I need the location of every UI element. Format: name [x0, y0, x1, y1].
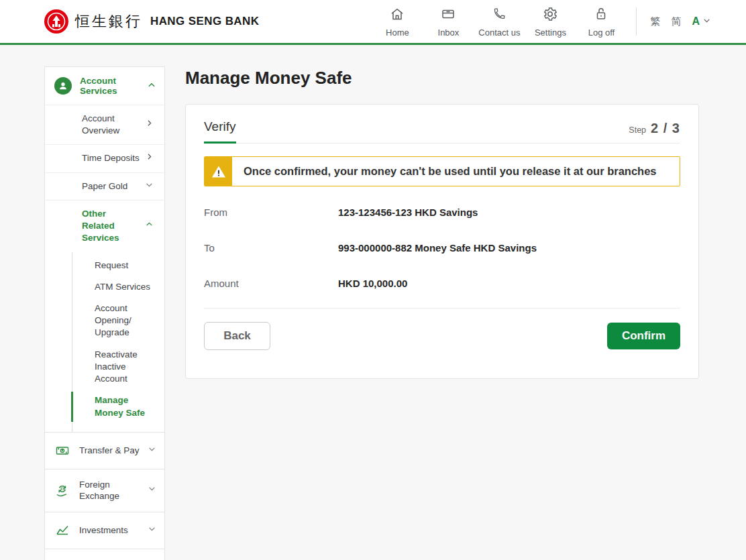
amount-label: Amount: [204, 278, 338, 289]
sidebar-item-time-deposits[interactable]: Time Deposits: [45, 144, 164, 172]
sidebar-item-paper-gold[interactable]: Paper Gold: [45, 172, 164, 200]
page-content: Account Services Account Overview Time D…: [0, 45, 746, 560]
verify-details: From 123-123456-123 HKD Savings To 993-0…: [204, 186, 680, 301]
sidebar-item-reactivate-inactive-account[interactable]: Reactivate Inactive Account: [72, 344, 164, 390]
sidebar-item-label: Other Related Services: [82, 208, 141, 245]
chevron-down-icon: [702, 15, 711, 27]
chevron-down-icon: [145, 180, 154, 192]
nav-contact-us-label: Contact us: [478, 27, 520, 38]
account-person-icon: [54, 77, 72, 95]
sidebar-item-label: Time Deposits: [82, 152, 141, 164]
nav-log-off-label: Log off: [588, 27, 615, 38]
hang-seng-logo-icon: [44, 9, 68, 34]
from-label: From: [204, 207, 338, 218]
main-panel: Manage Money Safe Verify Step2 / 3 Once …: [185, 66, 699, 379]
sidebar-item-account-overview[interactable]: Account Overview: [45, 105, 164, 144]
nav-contact-us[interactable]: Contact us: [474, 6, 525, 38]
inbox-icon: [440, 6, 456, 25]
chevron-up-icon: [145, 220, 154, 232]
sidebar-item-label: Account Opening/ Upgrade: [95, 303, 131, 337]
sidebar-item-label: Paper Gold: [82, 180, 141, 192]
field-row-to: To 993-000000-882 Money Safe HKD Savings: [204, 230, 680, 266]
sidebar-item-label: Account Overview: [82, 113, 141, 137]
sidebar-item-label: Foreign Exchange: [79, 479, 140, 502]
header-divider: [636, 7, 637, 36]
chevron-down-icon: [148, 524, 156, 537]
chart-line-icon: [54, 522, 71, 539]
nav-home[interactable]: Home: [372, 6, 423, 38]
page-title: Manage Money Safe: [185, 68, 699, 89]
nav-settings[interactable]: Settings: [525, 6, 576, 38]
nav-home-label: Home: [386, 27, 409, 38]
sidebar: Account Services Account Overview Time D…: [44, 66, 165, 560]
fx-hand-icon: FX: [54, 482, 71, 499]
to-label: To: [204, 242, 338, 254]
language-switcher: 繁 简 A: [650, 15, 711, 28]
sidebar-item-label: ATM Services: [95, 282, 150, 292]
field-row-amount: Amount HKD 10,000.00: [204, 266, 680, 301]
sidebar-item-insurance[interactable]: Insurance: [45, 549, 164, 560]
action-buttons: Back Confirm: [204, 322, 680, 350]
amount-value: HKD 10,000.00: [338, 278, 407, 289]
nav-settings-label: Settings: [535, 27, 566, 38]
back-button[interactable]: Back: [204, 322, 270, 350]
to-value: 993-000000-882 Money Safe HKD Savings: [338, 242, 537, 254]
step-value: 2 / 3: [651, 121, 680, 135]
from-value: 123-123456-123 HKD Savings: [338, 207, 478, 218]
chevron-down-icon: [148, 484, 156, 496]
warning-message: Once confirmed, your money can't be used…: [232, 157, 668, 186]
chevron-right-icon: [145, 152, 154, 164]
sidebar-item-other-related-services[interactable]: Other Related Services: [45, 200, 164, 252]
chevron-right-icon: [145, 119, 154, 131]
sidebar-item-foreign-exchange[interactable]: FX Foreign Exchange: [45, 469, 164, 512]
sidebar-item-account-opening-upgrade[interactable]: Account Opening/ Upgrade: [72, 298, 164, 344]
gear-icon: [542, 6, 558, 25]
sidebar-item-manage-money-safe[interactable]: Manage Money Safe: [72, 390, 164, 423]
chevron-down-icon: [148, 445, 156, 457]
tab-verify[interactable]: Verify: [204, 119, 236, 143]
chevron-up-icon: [147, 80, 156, 92]
sidebar-item-transfer-and-pay[interactable]: Transfer & Pay: [45, 432, 164, 469]
step-indicator: Step2 / 3: [629, 121, 680, 143]
nav-inbox[interactable]: Inbox: [423, 6, 474, 38]
brand-name-chinese: 恒生銀行: [75, 11, 142, 32]
font-size-toggle[interactable]: A: [692, 15, 711, 27]
top-nav: Home Inbox Contact us: [372, 6, 627, 38]
other-related-services-submenu: Request ATM Services Account Opening/ Up…: [72, 252, 164, 432]
sidebar-item-label: Account Services: [80, 76, 139, 96]
sidebar-item-label: Request: [95, 260, 128, 270]
sidebar-item-request[interactable]: Request: [72, 255, 164, 276]
step-label: Step: [629, 125, 646, 135]
sidebar-item-account-services[interactable]: Account Services: [45, 67, 164, 105]
sidebar-item-label: Investments: [79, 524, 140, 537]
svg-text:FX: FX: [60, 488, 65, 492]
top-header: 恒生銀行 HANG SENG BANK Home Inbox: [0, 0, 746, 45]
sidebar-item-label: Reactivate Inactive Account: [95, 349, 138, 384]
font-size-label: A: [692, 15, 700, 27]
sidebar-item-label: Manage Money Safe: [95, 395, 145, 417]
warning-banner: Once confirmed, your money can't be used…: [204, 156, 680, 186]
step-header: Verify Step2 / 3: [204, 105, 680, 144]
warning-triangle-icon: [205, 157, 232, 186]
sidebar-item-atm-services[interactable]: ATM Services: [72, 276, 164, 298]
lang-traditional-chinese[interactable]: 繁: [650, 15, 660, 28]
sidebar-item-label: Transfer & Pay: [79, 445, 140, 457]
phone-icon: [491, 6, 507, 25]
sidebar-item-investments[interactable]: Investments: [45, 512, 164, 549]
nav-log-off[interactable]: Log off: [576, 6, 627, 38]
nav-inbox-label: Inbox: [438, 27, 460, 38]
home-icon: [389, 6, 405, 25]
brand: 恒生銀行 HANG SENG BANK: [44, 9, 259, 34]
field-row-from: From 123-123456-123 HKD Savings: [204, 194, 680, 230]
card-divider: [204, 308, 680, 309]
brand-name-english: HANG SENG BANK: [150, 15, 259, 28]
confirm-button[interactable]: Confirm: [607, 323, 680, 349]
verify-card: Verify Step2 / 3 Once confirmed, your mo…: [185, 104, 699, 379]
lang-simplified-chinese[interactable]: 简: [671, 15, 681, 28]
banknote-transfer-icon: [54, 442, 71, 459]
padlock-open-icon: [593, 6, 609, 25]
